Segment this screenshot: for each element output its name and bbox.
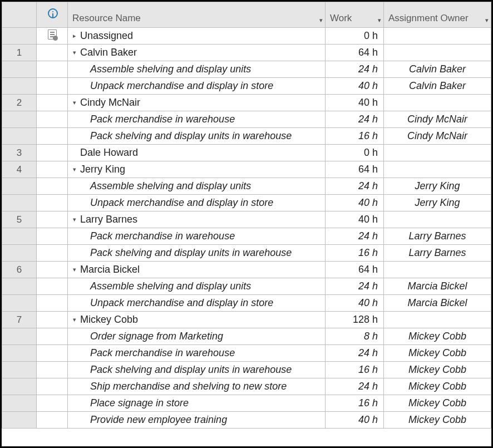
owner-cell[interactable]: Cindy McNair <box>384 111 491 128</box>
work-cell[interactable]: 16 h <box>326 395 384 412</box>
owner-cell[interactable] <box>384 211 491 228</box>
table-row[interactable]: Pack shelving and display units in wareh… <box>2 362 491 378</box>
row-number[interactable]: 3 <box>2 145 37 161</box>
table-row[interactable]: 5Larry Barnes40 h <box>2 211 491 228</box>
resource-name-cell[interactable]: Larry Barnes <box>68 211 326 228</box>
collapse-icon[interactable] <box>72 266 77 273</box>
resource-name-cell[interactable]: Assemble shelving and display units <box>68 178 326 195</box>
table-row[interactable]: 6Marcia Bickel64 h <box>2 262 491 278</box>
owner-cell[interactable]: Marcia Bickel <box>384 278 491 295</box>
resource-name-cell[interactable]: Calvin Baker <box>68 45 326 61</box>
row-number[interactable]: 4 <box>2 161 37 178</box>
work-cell[interactable]: 128 h <box>326 312 384 328</box>
work-cell[interactable]: 16 h <box>326 362 384 378</box>
owner-cell[interactable]: Mickey Cobb <box>384 362 491 378</box>
table-row[interactable]: 7Mickey Cobb128 h <box>2 312 491 328</box>
row-number[interactable] <box>2 345 37 362</box>
owner-cell[interactable]: Jerry King <box>384 195 491 211</box>
collapse-icon[interactable] <box>72 99 77 106</box>
work-cell[interactable]: 24 h <box>326 378 384 395</box>
work-cell[interactable]: 24 h <box>326 61 384 78</box>
owner-cell[interactable]: Mickey Cobb <box>384 395 491 412</box>
owner-cell[interactable]: Larry Barnes <box>384 228 491 245</box>
table-row[interactable]: Pack shelving and display units in wareh… <box>2 128 491 145</box>
work-cell[interactable]: 16 h <box>326 128 384 145</box>
header-resource-name[interactable]: Resource Name <box>68 2 326 28</box>
work-cell[interactable]: 40 h <box>326 195 384 211</box>
dropdown-icon[interactable] <box>485 17 489 24</box>
resource-name-cell[interactable]: Provide new employee training <box>68 412 326 429</box>
table-row[interactable]: Order signage from Marketing8 hMickey Co… <box>2 328 491 345</box>
table-row[interactable]: Unpack merchandise and display in store4… <box>2 295 491 312</box>
work-cell[interactable]: 40 h <box>326 295 384 312</box>
work-cell[interactable]: 40 h <box>326 95 384 111</box>
owner-cell[interactable]: Mickey Cobb <box>384 378 491 395</box>
table-row[interactable]: Unassigned0 h <box>2 28 491 45</box>
row-number[interactable] <box>2 245 37 262</box>
header-assignment-owner[interactable]: Assignment Owner <box>384 2 491 28</box>
resource-name-cell[interactable]: Pack shelving and display units in wareh… <box>68 362 326 378</box>
row-number[interactable]: 5 <box>2 211 37 228</box>
owner-cell[interactable]: Mickey Cobb <box>384 345 491 362</box>
row-number[interactable] <box>2 111 37 128</box>
row-number[interactable] <box>2 328 37 345</box>
row-number[interactable] <box>2 378 37 395</box>
expand-icon[interactable] <box>72 32 77 40</box>
row-number[interactable] <box>2 61 37 78</box>
row-number[interactable] <box>2 395 37 412</box>
owner-cell[interactable] <box>384 312 491 328</box>
table-row[interactable]: Place signage in store16 hMickey Cobb <box>2 395 491 412</box>
work-cell[interactable]: 24 h <box>326 278 384 295</box>
resource-name-cell[interactable]: Pack merchandise in warehouse <box>68 345 326 362</box>
resource-name-cell[interactable]: Unpack merchandise and display in store <box>68 295 326 312</box>
header-rownum[interactable] <box>2 2 37 28</box>
row-number[interactable] <box>2 362 37 378</box>
table-row[interactable]: Assemble shelving and display units24 hC… <box>2 61 491 78</box>
row-number[interactable]: 2 <box>2 95 37 111</box>
table-row[interactable]: 3Dale Howard0 h <box>2 145 491 161</box>
table-row[interactable]: Assemble shelving and display units24 hJ… <box>2 178 491 195</box>
resource-name-cell[interactable]: Assemble shelving and display units <box>68 278 326 295</box>
work-cell[interactable]: 24 h <box>326 228 384 245</box>
work-cell[interactable]: 64 h <box>326 161 384 178</box>
resource-name-cell[interactable]: Order signage from Marketing <box>68 328 326 345</box>
owner-cell[interactable]: Mickey Cobb <box>384 328 491 345</box>
work-cell[interactable]: 24 h <box>326 178 384 195</box>
work-cell[interactable]: 64 h <box>326 45 384 61</box>
row-number[interactable] <box>2 128 37 145</box>
row-number[interactable] <box>2 295 37 312</box>
table-row[interactable]: Pack shelving and display units in wareh… <box>2 245 491 262</box>
row-number[interactable] <box>2 178 37 195</box>
row-number[interactable] <box>2 78 37 95</box>
resource-name-cell[interactable]: Pack merchandise in warehouse <box>68 228 326 245</box>
table-row[interactable]: Pack merchandise in warehouse24 hMickey … <box>2 345 491 362</box>
row-number[interactable]: 1 <box>2 45 37 61</box>
resource-name-cell[interactable]: Unpack merchandise and display in store <box>68 78 326 95</box>
resource-name-cell[interactable]: Marcia Bickel <box>68 262 326 278</box>
resource-name-cell[interactable]: Cindy McNair <box>68 95 326 111</box>
collapse-icon[interactable] <box>72 166 77 173</box>
resource-name-cell[interactable]: Pack shelving and display units in wareh… <box>68 128 326 145</box>
row-number[interactable]: 6 <box>2 262 37 278</box>
resource-name-cell[interactable]: Pack merchandise in warehouse <box>68 111 326 128</box>
row-number[interactable] <box>2 412 37 429</box>
work-cell[interactable]: 0 h <box>326 28 384 45</box>
collapse-icon[interactable] <box>72 316 77 323</box>
resource-name-cell[interactable]: Unpack merchandise and display in store <box>68 195 326 211</box>
resource-name-cell[interactable]: Jerry King <box>68 161 326 178</box>
table-row[interactable]: Ship merchandise and shelving to new sto… <box>2 378 491 395</box>
dropdown-icon[interactable] <box>319 17 323 24</box>
collapse-icon[interactable] <box>72 49 77 56</box>
table-row[interactable]: Assemble shelving and display units24 hM… <box>2 278 491 295</box>
owner-cell[interactable]: Jerry King <box>384 178 491 195</box>
owner-cell[interactable] <box>384 262 491 278</box>
work-cell[interactable]: 40 h <box>326 78 384 95</box>
header-work[interactable]: Work <box>326 2 384 28</box>
row-number[interactable]: 7 <box>2 312 37 328</box>
owner-cell[interactable] <box>384 45 491 61</box>
table-row[interactable]: Unpack merchandise and display in store4… <box>2 195 491 211</box>
work-cell[interactable]: 24 h <box>326 111 384 128</box>
resource-name-cell[interactable]: Assemble shelving and display units <box>68 61 326 78</box>
owner-cell[interactable] <box>384 161 491 178</box>
row-number[interactable] <box>2 278 37 295</box>
